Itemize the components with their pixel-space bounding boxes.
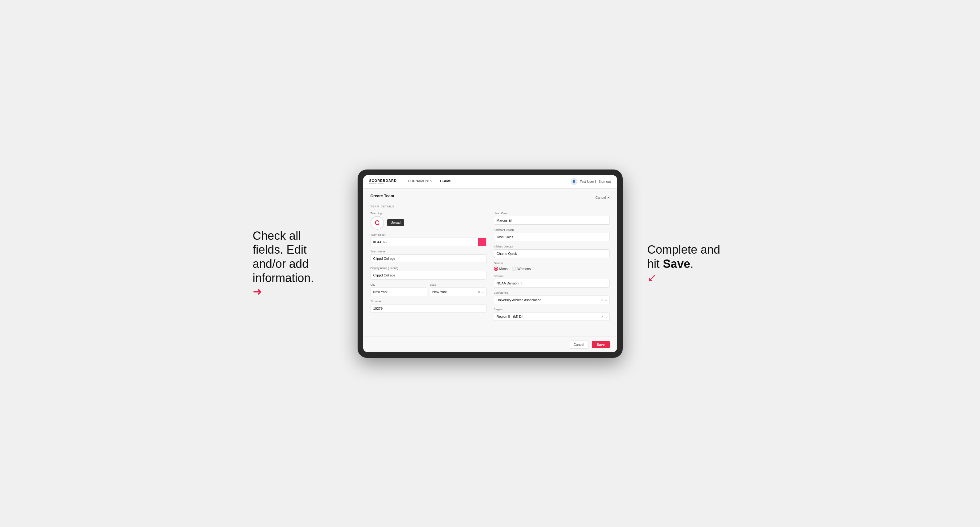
state-clear-icon[interactable]: ✕	[478, 290, 480, 294]
close-icon: ✕	[607, 196, 610, 200]
page-wrapper: Check all fields. Edit and/or add inform…	[12, 170, 968, 358]
team-name-label: Team name	[371, 250, 487, 253]
logo-circle: C	[371, 216, 384, 230]
region-label: Region	[494, 308, 610, 311]
city-label: City	[371, 283, 427, 286]
athletic-director-label: Athletic Director	[494, 245, 610, 248]
mens-label: Mens	[500, 267, 508, 271]
logo-sub: Powered by clippd	[369, 183, 397, 184]
save-button[interactable]: Save	[592, 341, 610, 348]
state-label: State	[430, 283, 487, 286]
page-title: Create Team	[371, 194, 394, 198]
region-select[interactable]: Region II - (M) DIII	[494, 312, 610, 321]
user-avatar: 👤	[571, 178, 578, 185]
section-label: TEAM DETAILS	[371, 205, 610, 208]
team-logo-label: Team logo	[371, 212, 487, 215]
logo-upload-area: C Upload	[371, 216, 487, 230]
left-annotation-area: Check all fields. Edit and/or add inform…	[253, 229, 333, 298]
page-content: Create Team Cancel ✕ TEAM DETAILS Team l…	[363, 189, 617, 337]
womens-radio[interactable]	[512, 267, 516, 271]
conference-label: Conference	[494, 291, 610, 294]
upload-button[interactable]: Upload	[387, 219, 404, 226]
division-select-wrapper: NCAA Division III ⌄	[494, 279, 610, 287]
nav-tournaments[interactable]: TOURNAMENTS	[406, 179, 432, 184]
zip-input[interactable]	[371, 304, 487, 313]
user-label: Test User |	[580, 180, 596, 183]
team-logo-field: Team logo C Upload	[371, 212, 487, 230]
team-colour-label: Team colour	[371, 233, 487, 237]
region-field: Region Region II - (M) DIII ✕ ⌄	[494, 308, 610, 321]
conference-field: Conference University Athletic Associati…	[494, 291, 610, 304]
gender-womens-option[interactable]: Womens	[512, 267, 531, 271]
team-colour-field: Team colour	[371, 233, 487, 246]
color-field-wrapper	[371, 238, 487, 246]
gender-label: Gender	[494, 262, 610, 265]
form-left-column: Team logo C Upload Team colour	[371, 212, 487, 321]
form-header: Create Team Cancel ✕	[371, 194, 610, 202]
head-coach-input[interactable]	[494, 216, 610, 225]
womens-label: Womens	[517, 267, 531, 271]
right-annotation-text: Complete and hit Save.	[648, 243, 727, 271]
color-swatch[interactable]	[478, 238, 487, 246]
assistant-coach-input[interactable]	[494, 233, 610, 241]
city-field: City	[371, 283, 427, 296]
region-clear-icon[interactable]: ✕	[601, 315, 604, 318]
assistant-coach-label: Assistant Coach	[494, 229, 610, 232]
athletic-director-input[interactable]	[494, 249, 610, 258]
gender-mens-option[interactable]: Mens	[494, 267, 508, 271]
form-grid: Team logo C Upload Team colour	[371, 212, 610, 321]
team-name-field: Team name	[371, 250, 487, 263]
division-label: Division	[494, 275, 610, 278]
conference-clear-icon[interactable]: ✕	[601, 298, 604, 302]
cancel-top-button[interactable]: Cancel ✕	[595, 196, 609, 200]
city-state-field: City State New York ✕	[371, 283, 487, 296]
form-footer: Cancel Save	[363, 337, 617, 352]
assistant-coach-field: Assistant Coach	[494, 229, 610, 241]
division-select[interactable]: NCAA Division III	[494, 279, 610, 287]
form-right-column: Head Coach Assistant Coach Athletic Dire…	[494, 212, 610, 321]
display-name-field: Display name (unique)	[371, 267, 487, 279]
team-colour-input[interactable]	[371, 238, 478, 246]
region-select-wrapper: Region II - (M) DIII ✕ ⌄	[494, 312, 610, 321]
nav-links: TOURNAMENTS TEAMS	[406, 179, 451, 184]
display-name-input[interactable]	[371, 271, 487, 279]
city-state-row: City State New York ✕	[371, 283, 487, 296]
state-field: State New York ✕ ⌄	[430, 283, 487, 296]
nav-right: 👤 Test User | Sign out	[571, 178, 611, 185]
conference-select-wrapper: University Athletic Association ✕ ⌄	[494, 295, 610, 304]
head-coach-label: Head Coach	[494, 212, 610, 215]
athletic-director-field: Athletic Director	[494, 245, 610, 258]
team-name-input[interactable]	[371, 254, 487, 263]
zip-field: Zip code	[371, 300, 487, 313]
right-annotation-area: Complete and hit Save. ↙	[648, 243, 727, 284]
state-select-wrapper: New York ✕ ⌄	[430, 287, 487, 296]
logo-text: SCOREBOARD	[369, 179, 397, 183]
conference-select[interactable]: University Athletic Association	[494, 295, 610, 304]
navbar: SCOREBOARD Powered by clippd TOURNAMENTS…	[363, 175, 617, 189]
right-arrow-icon: ↙	[648, 271, 657, 284]
division-field: Division NCAA Division III ⌄	[494, 275, 610, 287]
cancel-button[interactable]: Cancel	[569, 341, 589, 349]
display-name-label: Display name (unique)	[371, 267, 487, 270]
signout-link[interactable]: Sign out	[598, 180, 611, 183]
zip-label: Zip code	[371, 300, 487, 303]
gender-field: Gender Mens Womens	[494, 262, 610, 271]
mens-radio[interactable]	[494, 267, 498, 271]
city-input[interactable]	[371, 287, 427, 296]
left-annotation-text: Check all fields. Edit and/or add inform…	[253, 229, 333, 285]
nav-teams[interactable]: TEAMS	[440, 179, 452, 184]
left-arrow-icon: ➜	[253, 285, 262, 298]
tablet-screen: SCOREBOARD Powered by clippd TOURNAMENTS…	[363, 175, 617, 352]
gender-row: Mens Womens	[494, 267, 610, 271]
head-coach-field: Head Coach	[494, 212, 610, 225]
logo-area: SCOREBOARD Powered by clippd	[369, 179, 397, 184]
tablet-frame: SCOREBOARD Powered by clippd TOURNAMENTS…	[358, 170, 623, 358]
